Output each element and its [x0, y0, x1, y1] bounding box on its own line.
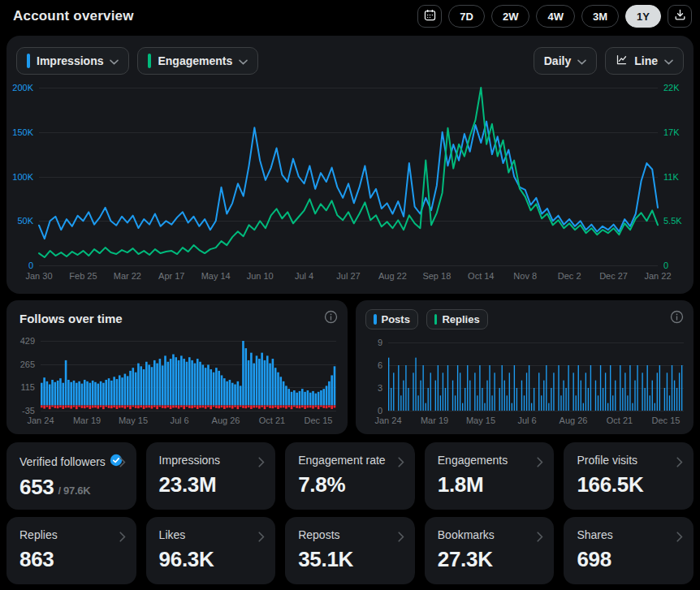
chevron-right-icon[interactable] — [119, 531, 126, 545]
chevron-right-icon[interactable] — [676, 531, 683, 545]
follows-bar — [240, 385, 242, 405]
unfollows-bar — [218, 406, 220, 409]
posts-bar — [534, 388, 534, 411]
stat-card-bookmarks[interactable]: Bookmarks 27.3K — [425, 517, 555, 584]
unfollows-bar — [151, 406, 153, 409]
posts-bar — [672, 365, 672, 411]
x-axis-tick: Jan 24 — [365, 416, 411, 425]
stat-card-shares[interactable]: Shares 698 — [564, 517, 694, 584]
unfollows-bar — [46, 406, 49, 407]
posts-bar — [632, 403, 633, 411]
follows-bar — [81, 384, 84, 406]
posts-bar — [605, 373, 606, 411]
follows-bar — [76, 383, 78, 406]
unfollows-bar — [307, 406, 309, 408]
y-axis-tick: 9 — [356, 338, 382, 347]
range-button-3m[interactable]: 3M — [581, 5, 619, 28]
stat-card-replies[interactable]: Replies 863 — [6, 517, 136, 584]
replies-legend-toggle[interactable]: Replies — [426, 309, 488, 329]
follows-bar — [140, 366, 142, 405]
unfollows-bar — [180, 406, 183, 407]
posts-bar — [553, 373, 554, 411]
stat-value: 27.3K — [438, 547, 543, 572]
posts-bar — [612, 395, 613, 411]
posts-bar — [452, 381, 453, 411]
chevron-right-icon[interactable] — [537, 456, 543, 471]
replies-accent-bar — [434, 314, 438, 325]
stat-card-reposts[interactable]: Reposts 35.1K — [285, 517, 415, 584]
posts-bar — [603, 388, 603, 411]
chevron-right-icon[interactable] — [119, 456, 126, 471]
posts-bar — [600, 365, 601, 411]
unfollows-bar — [283, 406, 285, 408]
impressions-line — [39, 122, 658, 239]
stat-label: Replies — [19, 528, 125, 541]
impressions-series-selector[interactable]: Impressions — [16, 47, 129, 75]
posts-bar — [460, 373, 460, 411]
follows-bar — [307, 390, 309, 406]
unfollows-bar — [124, 406, 127, 409]
posts-bar — [644, 388, 645, 411]
unfollows-bar — [113, 406, 115, 408]
stat-card-engagement-rate[interactable]: Engagement rate 7.8% — [285, 442, 415, 510]
chevron-right-icon[interactable] — [258, 531, 265, 545]
follows-bar — [207, 364, 210, 405]
posts-bar — [669, 395, 670, 411]
unfollows-bar — [186, 406, 188, 407]
stat-card-engagements[interactable]: Engagements 1.8M — [425, 442, 555, 510]
chevron-right-icon[interactable] — [258, 456, 265, 471]
posts-legend-toggle[interactable]: Posts — [365, 309, 418, 329]
posts-bar — [581, 381, 581, 411]
unfollows-bar — [326, 406, 328, 409]
follows-bar — [119, 375, 121, 405]
follows-bar — [199, 362, 201, 406]
unfollows-bar — [148, 406, 150, 408]
follows-bar — [231, 383, 234, 406]
stat-label: Profile visits — [577, 454, 682, 467]
left-axis-tick: 100K — [6, 172, 33, 182]
unfollows-bar — [153, 406, 156, 407]
stat-card-impressions[interactable]: Impressions 23.3M — [146, 442, 276, 510]
range-button-4w[interactable]: 4W — [536, 5, 575, 28]
posts-bar — [546, 365, 547, 411]
unfollows-bar — [110, 406, 113, 409]
x-axis-tick: Nov 8 — [501, 271, 550, 281]
range-button-2w[interactable]: 2W — [491, 5, 530, 28]
chevron-right-icon[interactable] — [676, 456, 683, 471]
download-icon — [673, 8, 687, 24]
follows-bar — [320, 390, 322, 406]
chevron-right-icon[interactable] — [537, 531, 543, 545]
follows-bar — [54, 382, 57, 406]
unfollows-bar — [229, 406, 231, 408]
stat-card-profile-visits[interactable]: Profile visits 166.5K — [564, 442, 694, 510]
right-axis-tick: 5.5K — [663, 216, 682, 226]
stat-card-verified-followers[interactable]: Verified followers 653/ 97.6K — [6, 442, 136, 510]
unfollows-bar — [59, 406, 62, 408]
stat-value: 863 — [19, 547, 125, 572]
unfollows-bar — [54, 406, 57, 408]
chart-type-selector[interactable]: Line — [605, 47, 684, 75]
posts-bar — [674, 381, 675, 411]
unfollows-bar — [291, 406, 293, 410]
stat-value: 23.3M — [159, 472, 265, 497]
range-button-1y-active[interactable]: 1Y — [625, 5, 661, 28]
right-axis-tick: 11K — [663, 172, 679, 182]
follows-bar — [261, 353, 263, 406]
x-axis-tick: Oct 14 — [456, 271, 505, 281]
chevron-right-icon[interactable] — [398, 456, 404, 471]
calendar-button[interactable] — [417, 5, 442, 28]
unfollows-bar — [135, 406, 137, 408]
download-button[interactable] — [668, 5, 692, 28]
follows-bar — [57, 381, 59, 406]
follows-bar — [318, 392, 320, 406]
follows-over-time-chart: 429265115-35Jan 24Mar 19May 15Jul 6Aug 2… — [6, 300, 348, 434]
follows-bar — [175, 357, 177, 405]
unfollows-bar — [221, 406, 223, 408]
stat-card-likes[interactable]: Likes 96.3K — [146, 517, 276, 584]
posts-accent-bar — [374, 314, 377, 325]
x-axis-tick: Jul 6 — [504, 416, 550, 425]
engagements-series-selector[interactable]: Engagements — [137, 47, 258, 75]
interval-selector[interactable]: Daily — [534, 47, 597, 75]
range-button-7d[interactable]: 7D — [448, 5, 485, 28]
chevron-right-icon[interactable] — [398, 531, 404, 545]
